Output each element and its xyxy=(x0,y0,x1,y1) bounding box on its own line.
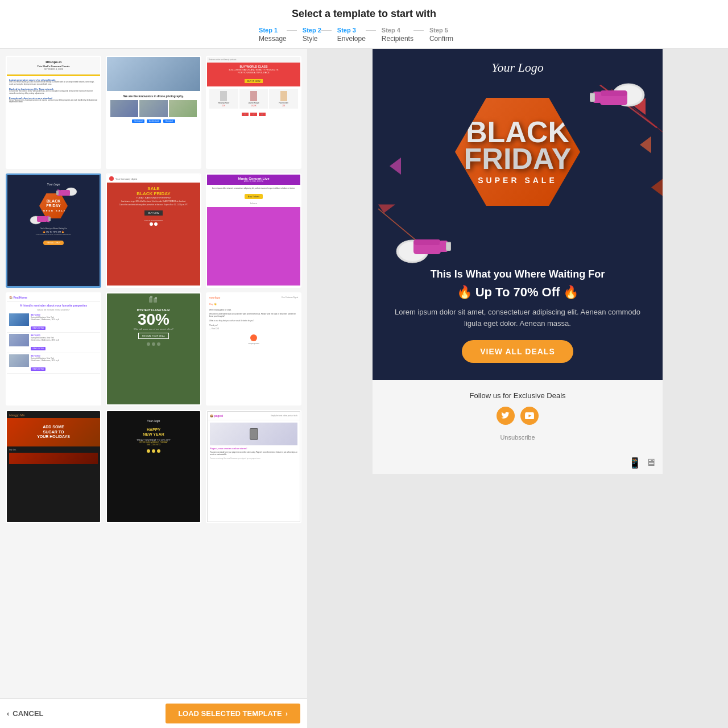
header: Select a template to start with Step 1 M… xyxy=(0,0,728,49)
preview-hero: BLACK FRIDAY SUPER SALE xyxy=(373,81,663,251)
cancel-label: CANCEL xyxy=(13,709,43,718)
desktop-icon[interactable]: 🖥 xyxy=(646,457,656,469)
template-item[interactable]: Manggo Min Add SomeSugar ToYour Holidays… xyxy=(6,410,101,523)
svg-rect-9 xyxy=(154,298,157,303)
email-preview: Your Logo xyxy=(373,49,663,380)
preview-footer-title: Follow us for Exclusive Deals xyxy=(384,391,651,400)
svg-marker-18 xyxy=(378,205,395,213)
svg-rect-1 xyxy=(60,190,70,196)
steps-nav: Step 1 Message Step 2 Style Step 3 Envel… xyxy=(0,27,728,48)
page-title: Select a template to start with xyxy=(0,8,728,20)
megaphone-bottom-icon xyxy=(390,214,452,268)
step-3-label: Envelope xyxy=(337,35,366,43)
preview-headline1: BLACK xyxy=(464,119,572,146)
template-item[interactable]: Between online and beauty products BUY W… xyxy=(206,56,301,169)
step-1: Step 1 Message xyxy=(259,27,303,48)
svg-marker-17 xyxy=(390,158,401,175)
step-2-number: Step 2 xyxy=(303,27,321,34)
mobile-icon[interactable]: 📱 xyxy=(628,457,641,469)
action-bar: ‹ CANCEL LOAD SELECTED TEMPLATE › xyxy=(0,698,307,728)
cancel-button[interactable]: ‹ CANCEL xyxy=(7,709,44,718)
svg-rect-30 xyxy=(413,239,441,245)
youtube-icon[interactable] xyxy=(520,407,539,425)
step-4: Step 4 Recipients xyxy=(382,27,429,48)
step-1-label: Message xyxy=(259,35,287,43)
svg-rect-33 xyxy=(446,243,450,250)
step-5: Step 5 Confirm xyxy=(429,27,469,48)
step-4-number: Step 4 xyxy=(382,27,400,34)
svg-rect-10 xyxy=(150,296,152,297)
template-item[interactable]: 🏠 RealHome A friendly reminder about you… xyxy=(6,292,101,406)
template-list-panel: 10Gbps.io This Week's News and Trends OC… xyxy=(0,49,307,728)
template-item[interactable]: 10Gbps.io This Week's News and Trends OC… xyxy=(6,56,101,169)
svg-rect-11 xyxy=(155,297,157,299)
svg-rect-8 xyxy=(149,297,152,303)
preview-panel: Your Logo xyxy=(307,49,728,728)
template-item[interactable]: yourlogo Your Customer Digest Hey 👋 We'r… xyxy=(206,292,301,406)
svg-rect-5 xyxy=(37,216,47,222)
svg-rect-23 xyxy=(600,90,627,96)
template-item-selected[interactable]: Your Logo BLACKFRIDAYSUPER SALE xyxy=(6,173,101,288)
step-2: Step 2 Style xyxy=(303,27,337,48)
svg-rect-3 xyxy=(56,191,59,195)
template-grid: 10Gbps.io This Week's News and Trends OC… xyxy=(6,56,301,523)
svg-rect-26 xyxy=(590,94,594,101)
load-label: LOAD SELECTED TEMPLATE xyxy=(178,709,282,718)
svg-marker-19 xyxy=(651,179,663,196)
step-2-label: Style xyxy=(303,35,318,43)
preview-headline2: FRIDAY xyxy=(464,146,572,172)
preview-logo: Your Logo xyxy=(373,49,663,81)
preview-social-icons xyxy=(384,407,651,425)
template-item[interactable]: We are the innovators in drone photograp… xyxy=(106,56,201,169)
svg-rect-7 xyxy=(48,217,51,221)
template-item[interactable]: MYSTERY FLASH SALE! 30% Who will score o… xyxy=(106,292,201,406)
step-1-number: Step 1 xyxy=(259,27,278,34)
preview-hex-badge: BLACK FRIDAY SUPER SALE xyxy=(455,98,580,206)
preview-cta-button[interactable]: VIEW ALL DEALS xyxy=(462,340,573,363)
preview-tagline: This Is What you Where Waiting For xyxy=(384,268,651,280)
device-icons: 📱 🖥 xyxy=(373,452,663,474)
step-5-number: Step 5 xyxy=(429,27,448,34)
preview-offer: 🔥 Up To 70% Off 🔥 xyxy=(384,285,651,300)
template-item[interactable]: Your Company digest SALE BLACK FRIDAY TO… xyxy=(106,173,201,288)
step-4-label: Recipients xyxy=(382,35,413,43)
chevron-right-icon: › xyxy=(286,709,288,718)
preview-footer: Follow us for Exclusive Deals Unsubscrib… xyxy=(373,380,663,452)
load-template-button[interactable]: LOAD SELECTED TEMPLATE › xyxy=(166,704,300,723)
template-item[interactable]: 📦 pagexi Simply the best online product … xyxy=(206,410,301,523)
preview-unsubscribe[interactable]: Unsubscribe xyxy=(384,434,651,441)
step-3: Step 3 Envelope xyxy=(337,27,382,48)
preview-super-sale: SUPER SALE xyxy=(464,176,572,185)
megaphone-top-icon xyxy=(589,78,646,129)
svg-marker-16 xyxy=(640,136,651,154)
preview-body-text: Lorem ipsum dolor sit amet, consectetuer… xyxy=(390,307,646,329)
twitter-icon[interactable] xyxy=(497,407,515,425)
main-content: 10Gbps.io This Week's News and Trends OC… xyxy=(0,49,728,728)
template-item[interactable]: Your Logo HappyNew Year TREAT YOURSELF T… xyxy=(106,410,201,523)
chevron-left-icon: ‹ xyxy=(7,709,9,718)
template-item[interactable]: Music Concert Live APRIL 10, 2025, 8:00 … xyxy=(206,173,301,288)
step-5-label: Confirm xyxy=(429,35,453,43)
step-3-number: Step 3 xyxy=(337,27,356,34)
